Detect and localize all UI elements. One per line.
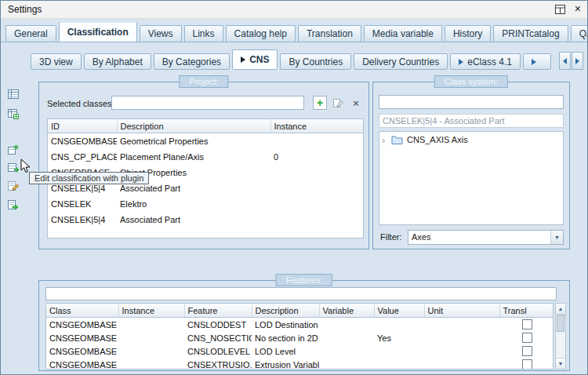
tab-printcatalog[interactable]: PRINTcatalog	[493, 25, 568, 42]
cell-unit	[424, 344, 499, 358]
cell-value	[374, 344, 424, 358]
cell-value: Yes	[374, 331, 424, 344]
cell-feature: CNSLODLEVEL	[184, 344, 252, 358]
features-scrollbar[interactable]: ▲ ▼	[555, 303, 566, 370]
classification-table-add-button[interactable]	[6, 107, 20, 121]
subtab-eclass-label: eClass 4.1	[467, 56, 512, 67]
subtab-by-countries[interactable]: By Countries	[280, 53, 351, 70]
table-row[interactable]: CNSELEK|5|4 Associated Part	[48, 212, 364, 228]
transl-checkbox[interactable]	[522, 319, 532, 329]
edit-classification-plugin-icon	[7, 161, 20, 173]
subtab-delivery-countries[interactable]: Delivery Countries	[354, 53, 448, 70]
edit-class-button[interactable]	[331, 96, 345, 110]
tree-item-cns-axis[interactable]: › CNS_AXIS Axis	[379, 132, 563, 147]
window-grid-icon[interactable]	[555, 5, 565, 14]
cell-description: Elektro	[117, 196, 270, 212]
title-bar: Settings ×	[1, 1, 587, 19]
export-plugin-button[interactable]	[6, 198, 20, 212]
edit-classification-plugin-button[interactable]	[6, 160, 20, 174]
cell-transl	[499, 331, 554, 344]
scroll-tabs-right-button[interactable]	[572, 52, 583, 70]
tab-arrow-icon	[532, 59, 536, 65]
project-group-label: Project:	[179, 75, 228, 88]
subtab-by-categories[interactable]: By Categories	[154, 53, 230, 70]
cell-feature: CNS_NOSECTION	[184, 331, 252, 344]
project-table-header-row: ID Description Instance	[48, 119, 364, 133]
table-row[interactable]: CNSGEOMBASE CNS_NOSECTION No section in …	[46, 331, 554, 344]
cell-transl	[499, 318, 554, 332]
transl-checkbox[interactable]	[522, 359, 532, 370]
add-class-button[interactable]: +	[313, 96, 327, 110]
table-row[interactable]: CNSGEOMBASE CNSEXTRUSIO... Extrusion Var…	[46, 358, 554, 370]
tab-media-variable[interactable]: Media variable	[364, 25, 442, 42]
cell-description: LOD Level	[252, 344, 319, 358]
pencil-icon	[332, 97, 344, 109]
up-arrow-icon: ▲	[558, 306, 564, 311]
col-header-unit: Unit	[424, 304, 499, 318]
tab-history[interactable]: History	[445, 25, 491, 42]
col-header-feature: Feature	[184, 304, 252, 318]
subtab-cns[interactable]: CNS	[232, 49, 278, 70]
subtab-cns-label: CNS	[249, 54, 269, 65]
cell-instance	[270, 180, 364, 196]
selected-class-display: CNSELEK|5|4 - Associated Part	[379, 114, 564, 128]
cell-feature: CNSEXTRUSIO...	[184, 358, 252, 370]
transl-checkbox[interactable]	[522, 346, 532, 356]
scroll-up-button[interactable]: ▲	[556, 304, 565, 315]
subtab-eclass-41[interactable]: eClass 4.1	[450, 53, 521, 70]
remove-class-button[interactable]: ×	[349, 96, 363, 110]
table-row[interactable]: CNSGEOMBASE CNSLODLEVEL LOD Level	[46, 344, 554, 358]
cell-instance	[118, 331, 184, 344]
chevron-right-icon	[575, 58, 579, 64]
cell-variable	[319, 344, 374, 358]
transl-checkbox[interactable]	[522, 333, 532, 343]
window-title: Settings	[8, 4, 42, 15]
features-group-label: Features:	[276, 274, 332, 286]
tab-links[interactable]: Links	[184, 25, 223, 42]
mouse-cursor	[20, 158, 31, 174]
table-row[interactable]: CNSGEOMBASE CNSLODDEST LOD Destination	[46, 318, 554, 332]
class-search-input[interactable]	[379, 95, 564, 109]
col-header-instance: Instance	[118, 304, 184, 318]
chevron-down-icon: ▼	[554, 235, 560, 240]
filter-combobox[interactable]: Axes ▼	[408, 230, 564, 245]
tab-general[interactable]: General	[5, 25, 56, 42]
chevron-left-icon	[563, 58, 567, 64]
scroll-down-button[interactable]: ▼	[556, 358, 565, 369]
col-header-variable: Variable	[319, 304, 374, 318]
features-filter-input[interactable]	[45, 287, 557, 300]
subtab-by-alphabet[interactable]: By Alphabet	[84, 53, 151, 70]
table-row[interactable]: CNSGEOMBASE Geometrical Properties	[48, 133, 364, 150]
features-table-header-row: Class Instance Feature Description Varia…	[46, 304, 554, 318]
tab-catalog-help[interactable]: Catalog help	[226, 25, 296, 42]
settings-window: Settings × General Classification Views …	[0, 0, 588, 375]
selected-classes-input[interactable]	[111, 96, 304, 110]
cell-description: No section in 2D	[252, 331, 319, 344]
cell-instance	[270, 165, 364, 180]
tab-translation[interactable]: Translation	[298, 25, 361, 42]
cell-class: CNSGEOMBASE	[46, 344, 118, 358]
scrollbar-thumb[interactable]	[557, 315, 564, 332]
expander-icon[interactable]: ›	[382, 137, 391, 144]
tab-views[interactable]: Views	[140, 25, 182, 42]
dropdown-button[interactable]: ▼	[550, 231, 563, 244]
classification-table-button[interactable]	[6, 87, 20, 101]
tab-classification[interactable]: Classification	[59, 23, 137, 42]
scroll-tabs-left-button[interactable]	[559, 52, 571, 70]
cell-instance: 0	[270, 149, 364, 165]
edit-list-button[interactable]	[6, 179, 20, 193]
table-row[interactable]: CNS_CP_PLACE... Placement Plane/Axis 0	[48, 149, 364, 165]
cell-transl	[499, 358, 554, 370]
close-icon[interactable]: ×	[575, 4, 581, 14]
plugin-button[interactable]	[6, 143, 20, 157]
sub-tab-bar: 3D view By Alphabet By Categories CNS By…	[31, 49, 554, 70]
tab-qa[interactable]: QA	[571, 25, 587, 42]
col-header-description: Description	[117, 119, 270, 133]
classification-table-icon	[7, 88, 20, 100]
table-row[interactable]: CNSELEK Elektro	[48, 196, 364, 212]
class-system-group: Class system: CNSELEK|5|4 - Associated P…	[372, 82, 570, 249]
subtab-next-partial[interactable]	[523, 53, 551, 70]
col-header-transl: Transl	[499, 304, 554, 318]
cell-variable	[319, 318, 374, 332]
subtab-3d-view[interactable]: 3D view	[31, 53, 82, 70]
